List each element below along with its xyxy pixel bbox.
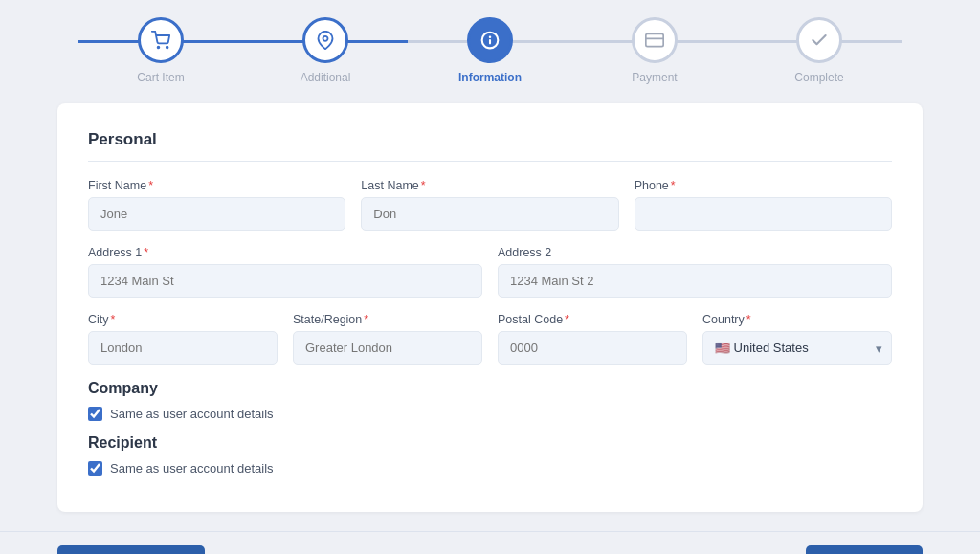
personal-divider (88, 161, 892, 162)
form-card: Personal First Name* Last Name* Phone* (57, 103, 923, 512)
step-label-cart-item: Cart Item (137, 71, 184, 84)
step-label-additional: Additional (301, 71, 351, 84)
svg-point-2 (323, 36, 328, 41)
phone-group: Phone* (635, 179, 892, 231)
state-group: State/Region* (293, 313, 482, 365)
country-group: Country* 🇺🇸 United States 🇬🇧 United King… (702, 313, 892, 365)
step-circle-information (467, 17, 513, 63)
previous-button[interactable]: Previous (57, 545, 205, 554)
country-select[interactable]: 🇺🇸 United States 🇬🇧 United Kingdom 🇨🇦 Ca… (702, 331, 892, 365)
address1-input[interactable] (88, 264, 482, 298)
step-circle-additional (302, 17, 348, 63)
last-name-input[interactable] (361, 197, 618, 231)
step-circle-complete (796, 17, 842, 63)
last-name-label: Last Name* (361, 179, 618, 192)
postal-input[interactable] (498, 331, 687, 365)
address2-group: Address 2 (498, 246, 892, 298)
city-group: City* (88, 313, 278, 365)
svg-point-1 (167, 47, 168, 49)
step-circle-payment (632, 17, 678, 63)
address2-label: Address 2 (498, 246, 892, 259)
first-name-label: First Name* (88, 179, 345, 192)
recipient-title: Recipient (88, 434, 892, 452)
last-name-group: Last Name* (361, 179, 618, 231)
stepper-step-complete: Complete (737, 17, 902, 84)
company-checkbox-row: Same as user account details (88, 407, 892, 421)
step-label-complete: Complete (794, 71, 843, 84)
first-name-group: First Name* (88, 179, 345, 231)
stepper-step-payment: Payment (572, 17, 737, 84)
postal-group: Postal Code* (498, 313, 687, 365)
country-select-wrapper: 🇺🇸 United States 🇬🇧 United Kingdom 🇨🇦 Ca… (702, 331, 892, 365)
step-label-information: Information (458, 71, 522, 84)
state-input[interactable] (293, 331, 482, 365)
step-label-payment: Payment (632, 71, 677, 84)
company-title: Company (88, 380, 892, 397)
main-content: Personal First Name* Last Name* Phone* (0, 94, 980, 531)
recipient-section: Recipient Same as user account details (88, 434, 892, 476)
city-input[interactable] (88, 331, 278, 365)
phone-input[interactable] (635, 197, 892, 231)
state-label: State/Region* (293, 313, 482, 326)
svg-rect-6 (646, 33, 663, 46)
address1-label: Address 1* (88, 246, 482, 259)
address1-group: Address 1* (88, 246, 482, 298)
stepper-step-cart-item: Cart Item (78, 17, 243, 84)
recipient-checkbox[interactable] (88, 461, 102, 476)
address2-input[interactable] (498, 264, 892, 298)
city-label: City* (88, 313, 278, 326)
form-row-name-phone: First Name* Last Name* Phone* (88, 179, 892, 231)
recipient-checkbox-label: Same as user account details (110, 461, 274, 476)
stepper: Cart Item Additional Information (0, 0, 980, 94)
footer-bar: Previous Next (0, 531, 980, 554)
next-button[interactable]: Next (806, 545, 923, 554)
personal-section-title: Personal (88, 130, 892, 149)
first-name-input[interactable] (88, 197, 345, 231)
stepper-step-information: Information (408, 17, 572, 84)
step-circle-cart-item (138, 17, 184, 63)
country-label: Country* (702, 313, 892, 326)
form-row-city-state-postal-country: City* State/Region* Postal Code* Country… (88, 313, 892, 365)
recipient-checkbox-row: Same as user account details (88, 461, 892, 476)
postal-label: Postal Code* (498, 313, 687, 326)
company-section: Company Same as user account details (88, 380, 892, 421)
stepper-step-additional: Additional (243, 17, 408, 84)
company-checkbox[interactable] (88, 407, 102, 421)
form-row-address: Address 1* Address 2 (88, 246, 892, 298)
svg-point-0 (158, 47, 160, 49)
phone-label: Phone* (635, 179, 892, 192)
company-checkbox-label: Same as user account details (110, 407, 274, 421)
